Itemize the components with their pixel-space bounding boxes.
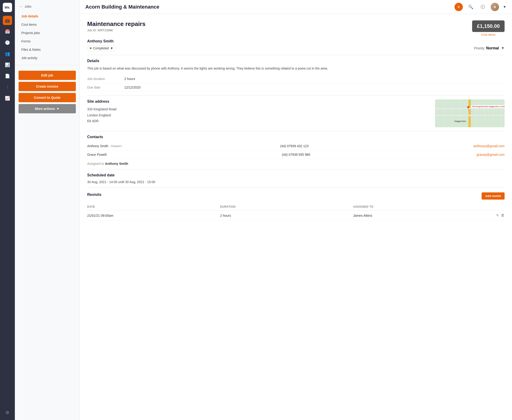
revisit-duration: 2 hours <box>220 214 353 218</box>
app-logo: We. <box>3 3 12 12</box>
details-title: Details <box>87 59 504 63</box>
map-container[interactable]: 📍 333 Kingsland Rd, Haggerston, London..… <box>435 99 504 127</box>
chevron-down-icon: ▼ <box>56 107 60 111</box>
nav-icon-documents[interactable]: 📄 <box>3 71 12 81</box>
help-button[interactable]: ⓘ <box>479 3 487 11</box>
add-revisit-button[interactable]: Add revisit <box>482 192 504 200</box>
details-description: This job is based on what was discussed … <box>87 66 504 71</box>
priority-area: Priority: Normal ▼ <box>474 46 504 50</box>
assigned-name: Anthony Smith <box>105 162 128 165</box>
priority-label: Priority: <box>474 46 485 50</box>
help-icon: ⓘ <box>481 4 485 10</box>
revisit-assigned-to: James Atkins <box>353 214 486 218</box>
assigned-row: Assigned to Anthony Smith <box>87 162 504 165</box>
address-line2: London England <box>87 113 111 117</box>
map-pin-label: 333 Kingsland Rd, Haggerston, London.... <box>471 105 504 108</box>
cost-box: £1,150.00 <box>472 20 504 32</box>
more-actions-label: More actions <box>35 107 55 111</box>
duration-label: Job duration <box>87 77 124 81</box>
create-invoice-button[interactable]: Create invoice <box>19 82 76 91</box>
job-title: Maintenance repairs <box>87 20 145 28</box>
address-line1: 333 Kingsland Road <box>87 107 116 111</box>
sidebar-divider <box>15 65 80 65</box>
convert-to-quote-button[interactable]: Convert to Quote <box>19 93 76 102</box>
map-placeholder: 📍 333 Kingsland Rd, Haggerston, London..… <box>435 99 504 127</box>
edit-job-button[interactable]: Edit job <box>19 71 76 80</box>
assignee-name: Anthony Smith <box>87 39 504 43</box>
scheduled-date: 30 Aug, 2021 - 14:00 until 30 Aug, 2021 … <box>87 180 504 184</box>
nav-icon-grid[interactable]: ⋮ <box>3 82 12 92</box>
contact-row-anthony: Anthony Smith PRIMARY (44) 07939 432 123… <box>87 142 504 150</box>
edit-icon[interactable]: ✎ <box>496 213 499 218</box>
address-line3: E8 4DR <box>87 119 98 123</box>
revisits-title: Revisits <box>87 193 101 197</box>
map-road-vertical <box>468 99 471 127</box>
nav-icon-reports[interactable]: 📊 <box>3 60 12 69</box>
due-date-label: Due date <box>87 86 124 89</box>
contact-row-grace: Grace Powell (44) 07939 555 980 gracep@g… <box>87 150 504 159</box>
sidebar-item-job-activity[interactable]: Job activity <box>17 54 78 62</box>
contact-name-anthony: Anthony Smith PRIMARY <box>87 144 280 148</box>
back-arrow-icon: ← <box>19 5 23 8</box>
main-wrapper: Acorn Building & Maintenance + 🔍 ⓘ A ▼ M… <box>80 0 512 420</box>
duration-value: 2 hours <box>124 77 135 81</box>
revisits-table-header: DATE DURATION ASSIGNED TO <box>87 203 504 210</box>
delete-icon[interactable]: 🗑 <box>501 213 504 218</box>
job-title-area: Maintenance repairs Job ID: WRT23998 <box>87 20 145 32</box>
site-info: Site address 333 Kingsland Road London E… <box>87 99 428 127</box>
detail-row-due-date: Due date 12/12/2020 <box>87 83 504 92</box>
back-to-jobs[interactable]: ← Jobs <box>15 5 80 12</box>
priority-chevron-icon[interactable]: ▼ <box>501 46 504 50</box>
cost-box-area: £1,150.00 Cost items <box>472 20 504 36</box>
nav-icon-settings[interactable]: ⚙ <box>3 408 12 417</box>
sidebar-item-files-notes[interactable]: Files & Notes <box>17 45 78 54</box>
status-badge[interactable]: Completed ▼ <box>87 45 116 51</box>
status-row: Completed ▼ Priority: Normal ▼ <box>87 45 504 51</box>
sidebar-item-cost-items[interactable]: Cost items <box>17 20 78 29</box>
header-actions: + 🔍 ⓘ A ▼ <box>454 3 506 11</box>
cost-amount: £1,150.00 <box>477 23 500 29</box>
search-button[interactable]: 🔍 <box>467 3 475 11</box>
contact-phone-anthony: (44) 07939 432 123 <box>280 144 474 148</box>
add-button[interactable]: + <box>454 3 463 11</box>
divider-3 <box>87 131 504 131</box>
contact-email-grace[interactable]: gracep@gmail.com <box>476 153 504 157</box>
nav-icon-briefcase[interactable]: 💼 <box>3 16 12 25</box>
nav-icon-users[interactable]: 👥 <box>3 49 12 58</box>
revisit-row-0: 21/01/21 09:00am 2 hours James Atkins ✎ … <box>87 210 504 221</box>
col-actions <box>486 205 504 208</box>
nav-icon-clock[interactable]: 🕐 <box>3 38 12 47</box>
nav-icon-chart[interactable]: 📈 <box>3 94 12 103</box>
col-assigned-to: ASSIGNED TO <box>353 205 486 208</box>
revisits-header: Revisits Add revisit <box>87 192 504 200</box>
site-address-title: Site address <box>87 99 428 104</box>
revisits-section: Revisits Add revisit DATE DURATION ASSIG… <box>87 192 504 221</box>
more-actions-button[interactable]: More actions ▼ <box>19 104 76 113</box>
avatar[interactable]: A <box>491 3 499 11</box>
sidebar-item-forms[interactable]: Forms <box>17 37 78 45</box>
contacts-title: Contacts <box>87 135 504 139</box>
chevron-down-icon[interactable]: ▼ <box>503 5 506 9</box>
sidebar: ← Jobs Job details Cost items Projects j… <box>15 0 80 420</box>
map-town-label: Haggerston <box>454 120 466 122</box>
nav-icon-calendar[interactable]: 📅 <box>3 27 12 36</box>
cost-items-link[interactable]: Cost items <box>472 33 504 36</box>
divider-1 <box>87 55 504 55</box>
company-name: Acorn Building & Maintenance <box>85 4 159 10</box>
contact-name-grace: Grace Powell <box>87 153 282 157</box>
contact-badge-primary: PRIMARY <box>111 145 122 148</box>
status-label: Completed <box>93 46 109 50</box>
status-dot <box>90 47 92 49</box>
avatar-initials: A <box>491 3 499 11</box>
sidebar-item-projects-jobs[interactable]: Projects jobs <box>17 29 78 37</box>
sidebar-item-job-details[interactable]: Job details <box>17 12 78 20</box>
status-chevron-icon: ▼ <box>110 46 113 50</box>
revisit-date: 21/01/21 09:00am <box>87 214 220 218</box>
contacts-section: Contacts Anthony Smith PRIMARY (44) 0793… <box>87 135 504 159</box>
divider-2 <box>87 96 504 96</box>
revisit-actions: ✎ 🗑 <box>486 213 504 218</box>
scheduled-section: Scheduled date 30 Aug, 2021 - 14:00 unti… <box>87 173 504 184</box>
detail-row-duration: Job duration 2 hours <box>87 75 504 83</box>
details-section: Details This job is based on what was di… <box>87 59 504 92</box>
contact-email-anthony[interactable]: anthonys@gmail.com <box>473 144 504 148</box>
